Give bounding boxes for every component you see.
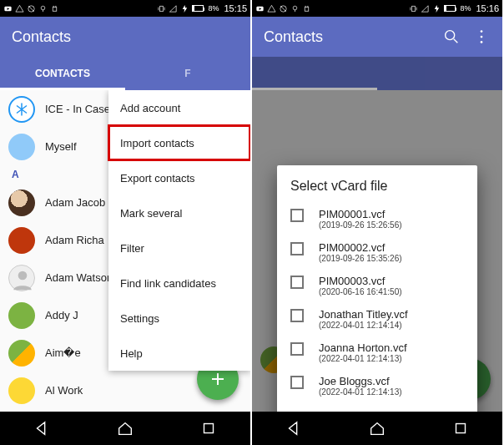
vcard-dialog: Select vCard file PIM00001.vcf (2019-09-…: [277, 165, 477, 412]
search-icon[interactable]: [442, 28, 461, 46]
menu-filter[interactable]: Filter: [108, 230, 250, 265]
menu-settings[interactable]: Settings: [108, 301, 250, 336]
file-name: Jonathan Titley.vcf: [319, 308, 408, 321]
menu-add-account[interactable]: Add account: [108, 90, 250, 125]
svg-marker-14: [183, 4, 188, 12]
dialog-title: Select vCard file: [290, 179, 471, 194]
svg-point-37: [481, 30, 483, 33]
file-date: (2022-04-01 12:14:13): [319, 387, 402, 397]
file-row[interactable]: PIM00003.vcf (2020-06-16 16:41:50): [290, 269, 471, 302]
youtube-icon: [255, 4, 265, 13]
contact-name: Al Work: [45, 384, 83, 397]
checkbox[interactable]: [290, 209, 304, 222]
file-row[interactable]: PIM00001.vcf (2019-09-26 15:26:56): [290, 202, 471, 235]
battery-percent: 8%: [460, 4, 471, 13]
file-row[interactable]: Joe Bloggs.vcf (2022-04-01 12:14:13): [290, 369, 471, 402]
back-button[interactable]: [33, 419, 51, 437]
svg-point-35: [446, 31, 455, 40]
tab-contacts[interactable]: CONTACTS: [0, 57, 125, 90]
menu-mark-several[interactable]: Mark several: [108, 195, 250, 230]
android-icon: [50, 4, 59, 13]
svg-marker-34: [435, 4, 440, 12]
debug-icon: [279, 4, 288, 13]
battery-icon: [444, 5, 456, 12]
svg-rect-30: [412, 6, 416, 11]
avatar: [8, 227, 35, 254]
file-date: (2019-09-26 15:26:56): [319, 220, 402, 230]
contacts-list: ICE - In Case Myself A Adam Jacob Adam R…: [0, 90, 250, 412]
checkbox[interactable]: [290, 309, 304, 322]
svg-rect-43: [456, 424, 466, 433]
youtube-icon: [3, 4, 13, 13]
menu-import-contacts[interactable]: Import contacts: [108, 125, 250, 160]
file-row[interactable]: Jonathan Titley.vcf (2022-04-01 12:14:14…: [290, 302, 471, 336]
svg-line-24: [280, 6, 285, 11]
battery-icon: [192, 5, 204, 12]
vibrate-icon: [409, 4, 418, 13]
status-bar: 8% 15:15: [0, 0, 250, 17]
svg-line-36: [454, 39, 458, 43]
overflow-icon[interactable]: [472, 28, 491, 46]
file-date: (2022-04-01 12:14:13): [319, 354, 407, 363]
clock: 15:16: [476, 3, 499, 13]
svg-point-5: [41, 6, 45, 10]
android-icon: [302, 4, 311, 13]
svg-rect-19: [204, 424, 214, 433]
bulb-icon: [290, 4, 300, 13]
svg-rect-7: [53, 7, 57, 11]
checkbox[interactable]: [290, 342, 304, 356]
tabs: [252, 57, 502, 90]
file-name: PIM00003.vcf: [319, 275, 402, 287]
svg-rect-10: [160, 6, 164, 11]
avatar: [8, 302, 35, 329]
tab-favorites[interactable]: F: [125, 57, 250, 90]
svg-marker-13: [170, 5, 177, 11]
clock: 15:15: [224, 3, 247, 13]
svg-marker-42: [290, 422, 297, 435]
contact-name: Adam Watson: [45, 271, 113, 284]
signal-icon: [421, 4, 430, 13]
signal-icon: [169, 4, 178, 13]
checkbox[interactable]: [290, 242, 304, 255]
checkbox[interactable]: [290, 376, 304, 389]
recent-button[interactable]: [451, 419, 470, 437]
contact-name: Myself: [45, 140, 77, 153]
ok-button[interactable]: OK: [447, 411, 462, 412]
phone-left: 8% 15:15 Contacts CONTACTS F ICE - In Ca…: [0, 0, 250, 445]
home-button[interactable]: [116, 419, 134, 437]
file-date: (2022-04-01 12:14:14): [319, 321, 408, 330]
file-row[interactable]: Joanna Horton.vcf (2022-04-01 12:14:13): [290, 336, 471, 369]
menu-export-contacts[interactable]: Export contacts: [108, 160, 250, 195]
file-name: PIM00002.vcf: [319, 241, 402, 254]
contact-name: Aim�e: [45, 346, 81, 359]
app-title: Contacts: [264, 28, 431, 46]
app-title: Contacts: [12, 28, 239, 46]
file-row[interactable]: PIM00002.vcf (2019-09-26 15:35:26): [290, 235, 471, 269]
overflow-menu: Add account Import contacts Export conta…: [108, 90, 250, 371]
file-name: Joe Bloggs.vcf: [319, 375, 402, 387]
warning-icon: [267, 4, 276, 13]
menu-help[interactable]: Help: [108, 336, 250, 371]
phone-right: 8% 15:16 Contacts Aim�e Select vCard fil…: [252, 0, 502, 445]
contact-name: ICE - In Case: [45, 103, 110, 115]
checkbox[interactable]: [290, 276, 304, 289]
svg-marker-2: [16, 5, 23, 12]
contact-name: Adam Jacob: [45, 196, 105, 209]
tab-contacts: [252, 57, 377, 90]
warning-icon: [15, 4, 24, 13]
vibrate-icon: [157, 4, 166, 13]
nav-bar: [252, 412, 502, 445]
avatar: [8, 134, 35, 160]
charging-icon: [432, 4, 441, 13]
avatar: [8, 340, 35, 367]
plus-icon: [208, 369, 228, 389]
back-button[interactable]: [285, 419, 303, 437]
recent-button[interactable]: [199, 419, 218, 437]
app-bar: Contacts: [252, 17, 502, 57]
home-button[interactable]: [368, 419, 386, 437]
file-date: (2020-06-16 16:41:50): [319, 287, 402, 296]
tabs: CONTACTS F: [0, 57, 250, 90]
cancel-button[interactable]: CANCEL: [386, 411, 427, 412]
file-date: (2019-09-26 15:35:26): [319, 254, 402, 263]
menu-find-link[interactable]: Find link candidates: [108, 265, 250, 301]
